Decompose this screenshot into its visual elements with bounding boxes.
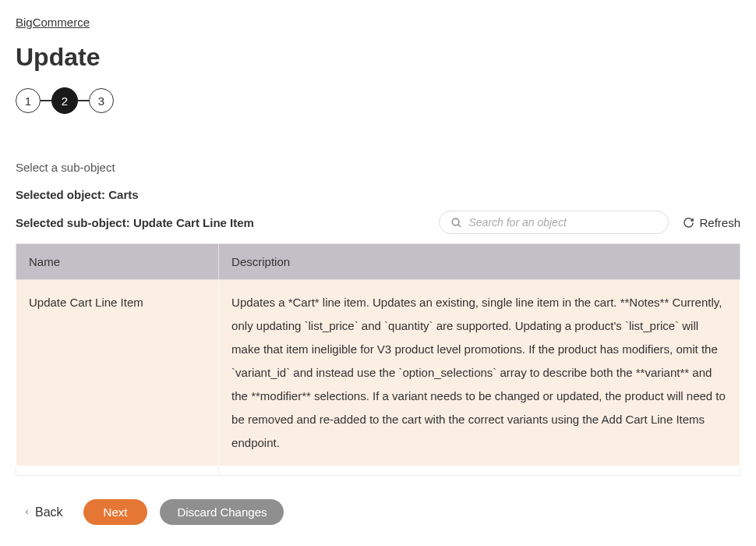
table-row-empty (16, 466, 740, 476)
selected-object-label: Selected object: (16, 188, 108, 201)
svg-point-0 (453, 218, 460, 225)
page-title: Update (16, 43, 740, 72)
step-2[interactable]: 2 (51, 87, 78, 114)
stepper: 1 2 3 (16, 87, 740, 114)
cell-description: Updates a *Cart* line item. Updates an e… (219, 280, 740, 466)
discard-button[interactable]: Discard Changes (160, 499, 284, 525)
breadcrumb[interactable]: BigCommerce (16, 16, 90, 29)
step-1[interactable]: 1 (16, 88, 41, 113)
object-table: Name Description Update Cart Line Item U… (16, 243, 740, 476)
search-icon (450, 217, 462, 229)
svg-line-1 (458, 225, 461, 227)
refresh-button[interactable]: Refresh (683, 216, 740, 229)
refresh-icon (683, 217, 694, 229)
search-input-wrapper[interactable] (439, 211, 669, 234)
selected-object-value: Carts (108, 188, 138, 201)
back-button[interactable]: Back (16, 501, 71, 524)
col-description-header: Description (219, 244, 740, 280)
table-row[interactable]: Update Cart Line Item Updates a *Cart* l… (16, 280, 740, 466)
chevron-left-icon (23, 507, 30, 517)
footer: Back Next Discard Changes (16, 499, 740, 525)
cell-name: Update Cart Line Item (16, 280, 219, 466)
refresh-label: Refresh (699, 216, 740, 229)
search-input[interactable] (468, 216, 657, 229)
step-line (78, 100, 89, 101)
selected-sub-object-value: Update Cart Line Item (133, 216, 254, 229)
back-label: Back (35, 505, 63, 519)
col-name-header: Name (16, 244, 219, 280)
next-button[interactable]: Next (83, 499, 148, 525)
selected-object-line: Selected object: Carts (16, 188, 740, 201)
selected-sub-object-label: Selected sub-object: (16, 216, 133, 229)
step-3[interactable]: 3 (89, 88, 114, 113)
selected-sub-object-line: Selected sub-object: Update Cart Line It… (16, 216, 254, 229)
step-line (41, 100, 51, 101)
subheader: Select a sub-object (16, 161, 740, 174)
